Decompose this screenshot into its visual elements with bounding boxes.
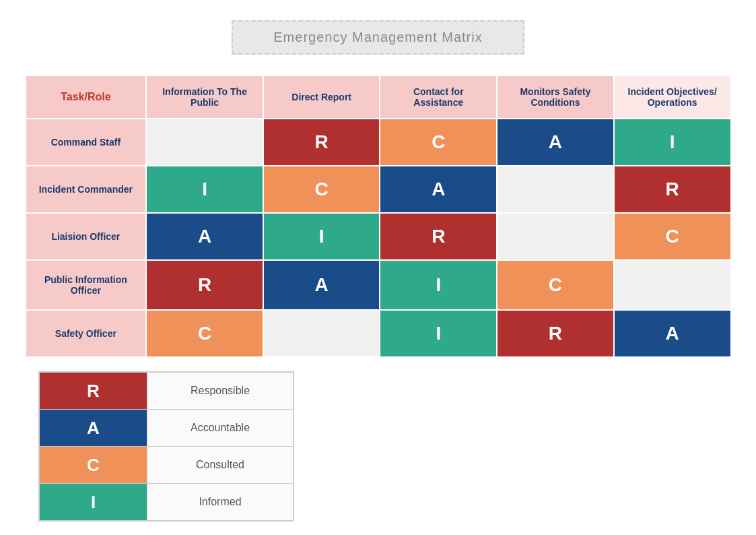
matrix-cell: R [263, 119, 380, 166]
legend-label-cell: Informed [147, 484, 294, 521]
matrix-cell: A [146, 213, 263, 260]
role-label: Command Staff [26, 119, 147, 166]
role-label: Liaision Officer [26, 213, 147, 260]
legend-color-cell: R [40, 373, 147, 410]
page-title: Emergency Management Matrix [273, 30, 482, 44]
matrix-cell [497, 166, 614, 213]
matrix-cell: I [380, 260, 497, 310]
matrix-cell: A [263, 260, 380, 310]
matrix-cell [146, 119, 263, 166]
matrix-cell: R [497, 310, 614, 357]
legend-label-cell: Responsible [147, 373, 294, 410]
matrix-table: Task/Role Information To The Public Dire… [25, 75, 732, 358]
matrix-cell: I [146, 166, 263, 213]
legend-label-cell: Consulted [147, 447, 294, 484]
matrix-cell: I [263, 213, 380, 260]
matrix-cell: C [380, 119, 497, 166]
legend-row: RResponsible [40, 373, 294, 410]
matrix-cell: I [380, 310, 497, 357]
matrix-cell: R [380, 213, 497, 260]
legend-row: IInformed [40, 484, 294, 521]
matrix-cell: A [497, 119, 614, 166]
header-col-incident: Incident Objectives/ Operations [614, 75, 731, 119]
header-col-monitors: Monitors Safety Conditions [497, 75, 614, 119]
matrix-container: Task/Role Information To The Public Dire… [25, 75, 732, 358]
legend: RResponsibleAAccountableCConsultedIInfor… [38, 371, 294, 522]
header-col-contact: Contact for Assistance [380, 75, 497, 119]
page-title-container: Emergency Management Matrix [232, 20, 524, 55]
header-col-info: Information To The Public [146, 75, 263, 119]
legend-row: CConsulted [40, 447, 294, 484]
role-label: Incident Commander [26, 166, 147, 213]
legend-table: RResponsibleAAccountableCConsultedIInfor… [39, 372, 294, 521]
legend-label-cell: Accountable [147, 410, 294, 447]
legend-row: AAccountable [40, 410, 294, 447]
matrix-cell: C [263, 166, 380, 213]
legend-color-cell: A [40, 410, 147, 447]
legend-color-cell: I [40, 484, 147, 521]
matrix-cell [614, 260, 731, 310]
role-label: Public Information Officer [26, 260, 147, 310]
matrix-cell: R [614, 166, 731, 213]
table-row: Incident CommanderICAR [26, 166, 731, 213]
header-row: Task/Role Information To The Public Dire… [26, 75, 731, 119]
matrix-cell [497, 213, 614, 260]
matrix-cell: A [380, 166, 497, 213]
table-row: Command StaffRCAI [26, 119, 731, 166]
header-task-role: Task/Role [26, 75, 147, 119]
table-row: Liaision OfficerAIRC [26, 213, 731, 260]
header-col-direct: Direct Report [263, 75, 380, 119]
matrix-cell: C [497, 260, 614, 310]
matrix-cell: I [614, 119, 731, 166]
matrix-cell [263, 310, 380, 357]
matrix-cell: A [614, 310, 731, 357]
role-label: Safety Officer [26, 310, 147, 357]
table-row: Public Information OfficerRAIC [26, 260, 731, 310]
matrix-cell: R [146, 260, 263, 310]
table-row: Safety OfficerCIRA [26, 310, 731, 357]
matrix-cell: C [614, 213, 731, 260]
legend-color-cell: C [40, 447, 147, 484]
matrix-cell: C [146, 310, 263, 357]
